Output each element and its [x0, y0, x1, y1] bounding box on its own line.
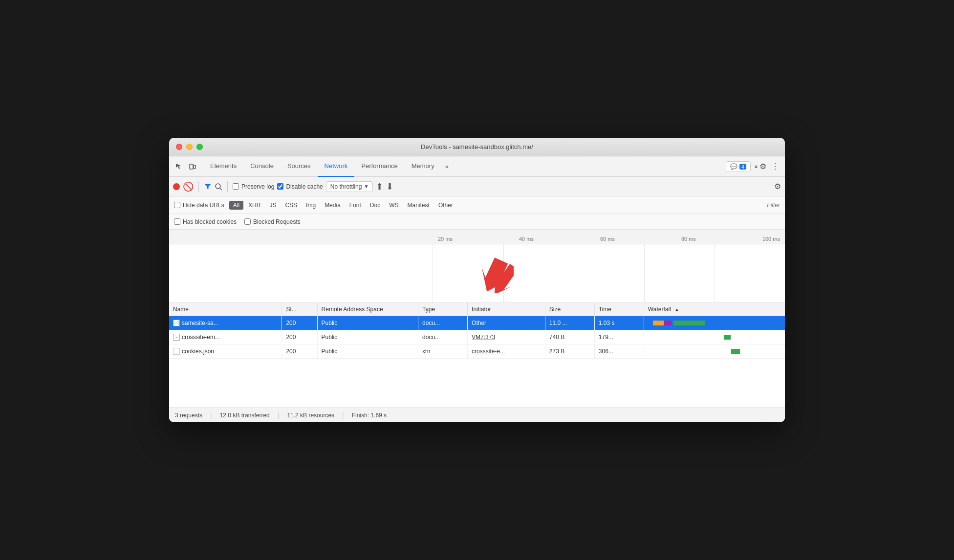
tab-performance[interactable]: Performance	[354, 156, 404, 177]
waterfall-bar-purple	[664, 321, 672, 325]
filter-media-button[interactable]: Media	[321, 201, 345, 210]
cell-type: xhr	[418, 345, 468, 359]
top-toolbar: Elements Console Sources Network Perform…	[169, 156, 785, 177]
filter-xhr-button[interactable]: XHR	[244, 201, 264, 210]
cell-type: docu...	[418, 330, 468, 345]
filter-js-button[interactable]: JS	[265, 201, 280, 210]
col-time[interactable]: Time	[594, 303, 644, 316]
filter-type-buttons: All XHR JS CSS Img Media Font Doc WS Man…	[229, 201, 457, 210]
timeline-header: 20 ms 40 ms 60 ms 80 ms 100 ms	[169, 230, 785, 244]
svg-point-2	[216, 184, 220, 189]
toolbar-right: 💬 4 ⚙ ⋮	[726, 160, 782, 173]
col-remote[interactable]: Remote Address Space	[317, 303, 418, 316]
lines-icon: ≡	[173, 334, 180, 341]
cell-name: cookies.json	[169, 345, 282, 359]
cell-waterfall	[644, 316, 785, 330]
waterfall-chart	[433, 244, 785, 302]
col-size[interactable]: Size	[545, 303, 594, 316]
col-waterfall[interactable]: Waterfall ▲	[644, 303, 785, 316]
hide-data-urls-checkbox[interactable]: Hide data URLs	[174, 202, 224, 209]
inspect-element-button[interactable]	[172, 160, 186, 173]
traffic-lights	[176, 144, 203, 150]
maximize-button[interactable]	[196, 144, 203, 150]
empty-icon	[173, 348, 180, 355]
filter-input[interactable]: Filter	[767, 202, 780, 209]
col-status[interactable]: St...	[282, 303, 317, 316]
grid-line-3	[644, 244, 645, 302]
tab-network[interactable]: Network	[318, 156, 355, 177]
console-badge-button[interactable]: 💬 4	[726, 161, 751, 172]
more-options-button[interactable]: ⋮	[768, 160, 782, 173]
record-button[interactable]	[173, 183, 180, 190]
cell-remote: Public	[317, 316, 418, 330]
status-transferred: 12.0 kB transferred	[220, 412, 270, 419]
blocked-requests-checkbox[interactable]: Blocked Requests	[244, 218, 301, 225]
waterfall-bar-green-small-2	[731, 349, 740, 354]
tab-more-button[interactable]: »	[441, 163, 453, 170]
network-settings-button[interactable]: ⚙	[774, 182, 781, 191]
preserve-log-checkbox[interactable]: Preserve log	[233, 183, 274, 190]
mark-20ms: 20 ms	[438, 236, 453, 242]
filter-img-button[interactable]: Img	[302, 201, 320, 210]
console-icon: 💬	[730, 163, 737, 170]
cell-status: 200	[282, 345, 317, 359]
cell-type: docu...	[418, 316, 468, 330]
minimize-button[interactable]	[186, 144, 193, 150]
waterfall-bar-orange	[653, 321, 664, 325]
filter-icon[interactable]	[204, 183, 212, 190]
tab-sources[interactable]: Sources	[281, 156, 318, 177]
settings-button[interactable]: ⚙	[753, 160, 766, 173]
cell-name: 📄 samesite-sa...	[169, 316, 282, 330]
device-toolbar-button[interactable]	[186, 160, 199, 173]
mark-40ms: 40 ms	[519, 236, 534, 242]
col-type[interactable]: Type	[418, 303, 468, 316]
upload-button[interactable]: ⬆	[376, 181, 383, 192]
status-resources: 11.2 kB resources	[287, 412, 334, 419]
network-table-container: Name St... Remote Address Space Type Ini	[169, 303, 785, 408]
search-icon[interactable]	[215, 183, 222, 191]
filter-css-button[interactable]: CSS	[281, 201, 301, 210]
filter-doc-button[interactable]: Doc	[366, 201, 384, 210]
waterfall-bar-green	[673, 321, 705, 325]
tab-console[interactable]: Console	[243, 156, 281, 177]
throttle-select[interactable]: No throttling ▼	[326, 181, 373, 192]
filter-ws-button[interactable]: WS	[385, 201, 402, 210]
tab-elements[interactable]: Elements	[203, 156, 243, 177]
filter-bar: Hide data URLs All XHR JS CSS Img Media …	[169, 196, 785, 214]
filter-all-button[interactable]: All	[229, 201, 243, 210]
clear-button[interactable]: 🚫	[183, 181, 194, 192]
table-row[interactable]: cookies.json 200 Public xhr crosssite-e.…	[169, 345, 785, 359]
cell-status: 200	[282, 330, 317, 345]
col-initiator[interactable]: Initiator	[468, 303, 545, 316]
cell-size: 273 B	[545, 345, 594, 359]
cell-size: 11.0 ...	[545, 316, 594, 330]
status-divider-1: |	[210, 411, 212, 419]
blocked-cookies-checkbox[interactable]: Has blocked cookies	[174, 218, 237, 225]
toolbar-divider	[198, 181, 199, 192]
filter-font-button[interactable]: Font	[346, 201, 365, 210]
devtools-window: DevTools - samesite-sandbox.glitch.me/ E…	[169, 138, 785, 422]
mark-80ms: 80 ms	[681, 236, 696, 242]
cell-initiator: crosssite-e...	[468, 345, 545, 359]
filter-other-button[interactable]: Other	[434, 201, 457, 210]
svg-rect-1	[194, 165, 195, 169]
doc-icon: 📄	[173, 320, 180, 326]
filter-manifest-button[interactable]: Manifest	[404, 201, 434, 210]
table-row[interactable]: ≡ crosssite-em... 200 Public docu... VM7…	[169, 330, 785, 345]
cell-time: 1.03 s	[594, 316, 644, 330]
table-row[interactable]: 📄 samesite-sa... 200 Public docu... Othe…	[169, 316, 785, 330]
cell-name: ≡ crosssite-em...	[169, 330, 282, 345]
col-name[interactable]: Name	[169, 303, 282, 316]
waterfall-area	[169, 244, 785, 303]
status-bar: 3 requests | 12.0 kB transferred | 11.2 …	[169, 408, 785, 422]
badge-count: 4	[739, 164, 746, 170]
timeline-marks: 20 ms 40 ms 60 ms 80 ms 100 ms	[438, 236, 780, 242]
mark-60ms: 60 ms	[600, 236, 615, 242]
network-toolbar: 🚫 Preserve log Disable cache	[169, 177, 785, 196]
table-empty-space	[169, 359, 785, 408]
download-button[interactable]: ⬇	[386, 181, 393, 192]
disable-cache-checkbox[interactable]: Disable cache	[277, 183, 323, 190]
cell-time: 179...	[594, 330, 644, 345]
close-button[interactable]	[176, 144, 182, 150]
tab-memory[interactable]: Memory	[405, 156, 441, 177]
